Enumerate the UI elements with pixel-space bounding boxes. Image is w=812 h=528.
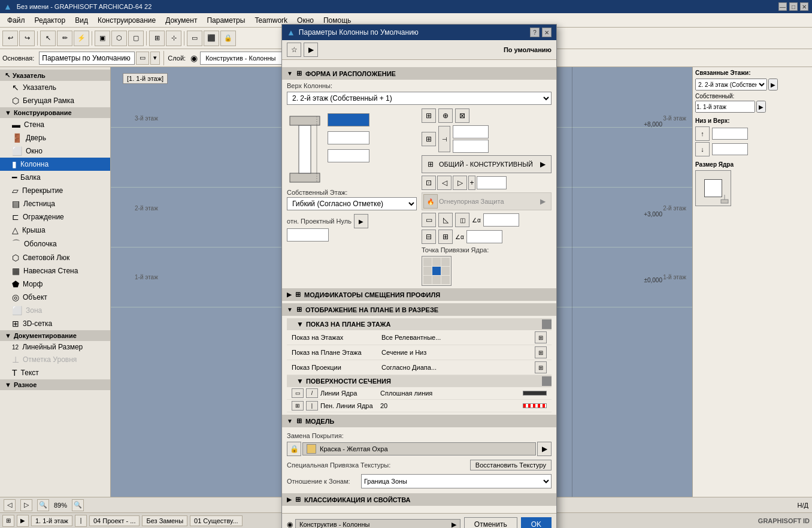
plan-show-proj-icon[interactable]: ⊞ (535, 361, 547, 373)
anchor-br[interactable] (441, 276, 450, 284)
surf-icon-2[interactable]: / (306, 388, 318, 398)
angle-icon-1[interactable]: ▭ (422, 213, 436, 227)
plan-scroll-up[interactable] (542, 319, 552, 329)
dim-inputs: -200 2800 0 (328, 113, 369, 162)
top-column-select[interactable]: 2. 2-й этаж (Собственный + 1) (287, 92, 552, 105)
angle-icon-2[interactable]: ◺ (438, 213, 453, 227)
core-anchor-label: Точка Привязки Ядра: (422, 246, 552, 254)
section-plan[interactable]: ▼ ⊞ ОТОБРАЖЕНИЕ НА ПЛАНЕ И В РАЗРЕЗЕ (282, 303, 556, 316)
extra-icon-2[interactable]: ◁ (437, 176, 452, 190)
footer-layer-icon: ◉ (287, 520, 293, 528)
angle-icon-5[interactable]: ⊞ (438, 230, 453, 244)
texture-btn[interactable]: Восстановить Текстуру (470, 460, 552, 470)
fire-arrow[interactable]: ▶ (535, 194, 550, 209)
surf-icon-1[interactable]: ▭ (292, 388, 304, 398)
surfaces-core-val: Сплошная линия (380, 390, 523, 397)
dialog-close-btn[interactable]: ✕ (542, 28, 552, 37)
project-zero-input-row: 0 (287, 228, 417, 242)
section-plan-label: ОТОБРАЖЕНИЕ НА ПЛАНЕ И В РАЗРЕЗЕ (305, 306, 438, 313)
angle-1-input[interactable]: 90,00° (483, 213, 519, 227)
dialog-footer: ◉ Конструктив - Колонны ▶ Отменить OK (282, 513, 556, 528)
plan-show-plan-icon[interactable]: ⊞ (535, 346, 547, 358)
column-sketch (287, 113, 323, 185)
extra-icons-row: ⊡ ◁ ▷ + 0 (422, 176, 552, 190)
surf-icon-3[interactable]: ⊞ (292, 401, 304, 411)
size-inputs: 300 300 (453, 125, 489, 153)
material-arrow[interactable]: ▶ (535, 157, 550, 171)
footer-layer-arrow: ▶ (452, 521, 456, 529)
anchor-bc[interactable] (432, 276, 441, 284)
anchor-ml[interactable] (423, 267, 432, 275)
anchor-tl[interactable] (423, 258, 432, 266)
column-sketch-area: -200 2800 0 (287, 108, 417, 185)
zone-select[interactable]: Граница Зоны (361, 474, 552, 488)
section-modifiers[interactable]: ▶ ⊞ МОДИФИКАТОРЫ СМЕЩЕНИЯ ПРОФИЛЯ (282, 288, 556, 301)
plan-show-plan-val: Сечение и Низ (381, 349, 535, 356)
zone-row: Отношение к Зонам: Граница Зоны (287, 474, 552, 488)
col-right-area: ⊞ ⊕ ⊠ ⊞ ⊣ 300 300 (422, 108, 552, 286)
section-model[interactable]: ▼ ⊞ МОДЕЛЬ (282, 415, 556, 427)
section-plan-icon: ⊞ (296, 306, 302, 313)
section-modifiers-arrow: ▶ (287, 291, 292, 298)
size-h-input[interactable]: 300 (453, 140, 489, 153)
project-zero-input[interactable]: 0 (287, 228, 329, 242)
size-row-2: ⊞ ⊣ 300 300 (422, 125, 552, 153)
angle-icon-3[interactable]: ◫ (455, 213, 469, 227)
plan-show-header[interactable]: ▼ ПОКАЗ НА ПЛАНЕ ЭТАЖА (287, 318, 552, 330)
coat-value-area: Краска - Желтая Охра (302, 442, 536, 455)
own-floor-section-label: Собственный Этаж: (287, 189, 417, 196)
dialog-title-controls: ? ✕ (530, 28, 552, 37)
dialog-tab-icons: ☆ ▶ (287, 43, 318, 57)
surfaces-scroll[interactable] (542, 376, 552, 386)
dim-height-input[interactable]: 2800 (328, 131, 369, 144)
project-zero-icon[interactable]: ▶ (354, 214, 368, 228)
dialog-overlay: ▲ Параметры Колонны по Умолчанию ? ✕ ☆ ▶… (0, 0, 812, 528)
top-column-row: Верх Колонны: (287, 82, 552, 89)
ok-btn[interactable]: OK (521, 517, 552, 528)
dialog-help-btn[interactable]: ? (530, 28, 540, 37)
cancel-btn[interactable]: Отменить (464, 517, 517, 528)
anchor-bl[interactable] (423, 276, 432, 284)
link-icon: ⊣ (438, 126, 450, 152)
anchor-tr[interactable] (441, 258, 450, 266)
size-icon-1[interactable]: ⊞ (422, 108, 436, 123)
section-class[interactable]: ▶ ⊞ КЛАССИФИКАЦИЯ И СВОЙСТВА (282, 493, 556, 506)
anchor-tc[interactable] (432, 258, 441, 266)
dims-layout: -200 2800 0 Собственный Этаж: Гибкий (Со… (287, 108, 552, 286)
surf-icon-4[interactable]: | (306, 401, 318, 411)
section-form[interactable]: ▼ ⊞ ФОРМА И РАСПОЛОЖЕНИЕ (282, 67, 556, 80)
project-zero-row: отн. Проектный Нуль ▶ (287, 214, 417, 228)
dim-top-input[interactable]: -200 (328, 113, 369, 126)
size-icon-2[interactable]: ⊕ (438, 108, 453, 123)
project-zero-label: отн. Проектный Нуль (287, 218, 352, 225)
extra-icon-1[interactable]: ⊡ (422, 176, 436, 190)
nav-icon-btn[interactable]: ▶ (304, 43, 318, 57)
surfaces-row-2: ⊞ | Пен. Линии Ядра 20 (287, 400, 552, 412)
extra-icon-4[interactable]: + (468, 176, 475, 190)
material-icon[interactable]: ⊞ (423, 157, 438, 171)
coat-lock-icon[interactable]: 🔒 (287, 442, 301, 456)
angle-2-input[interactable]: 0,00° (466, 230, 502, 243)
own-floor-section-select[interactable]: Гибкий (Согласно Отметке) (287, 197, 417, 210)
coat-arrow[interactable]: ▶ (537, 442, 552, 456)
dim-bot-input[interactable]: 0 (328, 149, 369, 162)
material-row: ⊞ ОБЩИЙ - КОНСТРУКТИВНЫЙ ▶ (422, 155, 552, 173)
anchor-mc[interactable] (432, 267, 441, 275)
fav-icon-btn[interactable]: ☆ (287, 43, 301, 57)
line-preview-2 (523, 403, 547, 408)
surfaces-header[interactable]: ▼ ПОВЕРХНОСТИ СЕЧЕНИЯ (287, 375, 552, 387)
size-icon-3[interactable]: ⊠ (455, 108, 469, 123)
col-preview-area: -200 2800 0 Собственный Этаж: Гибкий (Со… (287, 108, 417, 286)
plan-show-row-1: Показ на Этажах Все Релевантные... ⊞ (287, 330, 552, 345)
coat-row: 🔒 Краска - Желтая Охра ▶ (287, 442, 552, 456)
anchor-mr[interactable] (441, 267, 450, 275)
plan-show-plan-label: Показ на Плане Этажа (292, 349, 381, 356)
footer-layer-area: Конструктив - Колонны ▶ (295, 519, 460, 529)
angle-icon-4[interactable]: ⊟ (422, 230, 436, 244)
section-modifiers-icon: ⊞ (295, 291, 301, 298)
extra-val-input[interactable]: 0 (477, 176, 507, 189)
extra-icon-3[interactable]: ▷ (453, 176, 467, 190)
plan-show-floors-icon[interactable]: ⊞ (535, 331, 547, 343)
size-w-input[interactable]: 300 (453, 125, 489, 138)
size-icon-4[interactable]: ⊞ (422, 132, 436, 146)
